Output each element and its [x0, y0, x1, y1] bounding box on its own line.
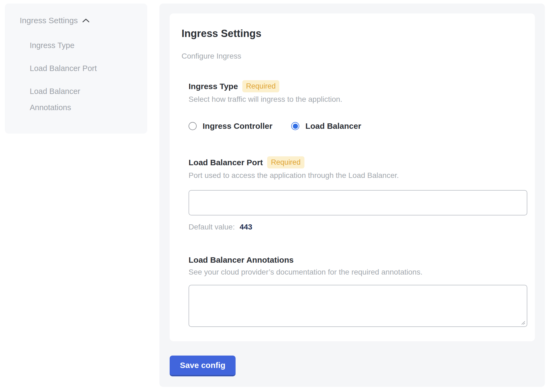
field-label-ingress-type: Ingress Type — [189, 81, 238, 92]
page-subtitle: Configure Ingress — [182, 52, 527, 61]
radio-option-ingress-controller[interactable]: Ingress Controller — [189, 121, 272, 131]
field-load-balancer-annotations-header: Load Balancer Annotations — [189, 255, 527, 265]
field-description-load-balancer-annotations: See your cloud provider’s documentation … — [189, 268, 527, 277]
required-badge: Required — [242, 80, 280, 92]
ingress-settings-card: Ingress Settings Configure Ingress Ingre… — [170, 13, 535, 341]
field-load-balancer-port: Load Balancer Port Required Port used to… — [189, 156, 527, 232]
chevron-up-icon[interactable] — [82, 18, 90, 23]
sidebar-item-load-balancer-port[interactable]: Load Balancer Port — [30, 60, 119, 76]
field-load-balancer-port-header: Load Balancer Port Required — [189, 156, 527, 168]
radio-option-label: Load Balancer — [305, 121, 361, 131]
page-title: Ingress Settings — [182, 28, 527, 39]
settings-nav-sidebar: Ingress Settings Ingress Type Load Balan… — [5, 4, 147, 134]
default-value-label: Default value: — [189, 223, 235, 231]
field-description-ingress-type: Select how traffic will ingress to the a… — [189, 95, 527, 104]
field-description-load-balancer-port: Port used to access the application thro… — [189, 171, 527, 180]
radio-selected-icon — [291, 122, 299, 130]
field-label-load-balancer-annotations: Load Balancer Annotations — [189, 255, 294, 265]
field-ingress-type: Ingress Type Required Select how traffic… — [189, 80, 527, 131]
default-value: 443 — [240, 223, 252, 231]
load-balancer-annotations-textarea[interactable] — [189, 285, 527, 327]
load-balancer-annotations-wrap — [189, 285, 527, 327]
sidebar-item-ingress-type[interactable]: Ingress Type — [30, 37, 119, 53]
sidebar-section-label: Ingress Settings — [20, 16, 78, 25]
field-ingress-type-header: Ingress Type Required — [189, 80, 527, 92]
radio-unselected-icon — [189, 122, 197, 130]
default-value-line: Default value: 443 — [189, 222, 527, 232]
radio-option-label: Ingress Controller — [203, 121, 272, 131]
sidebar-item-load-balancer-annotations[interactable]: Load Balancer Annotations — [30, 83, 119, 116]
settings-panel: Ingress Settings Configure Ingress Ingre… — [159, 4, 545, 387]
ingress-type-radio-group: Ingress Controller Load Balancer — [189, 121, 527, 131]
save-config-button[interactable]: Save config — [170, 356, 236, 376]
field-load-balancer-annotations: Load Balancer Annotations See your cloud… — [189, 255, 527, 327]
sidebar-section-ingress-settings[interactable]: Ingress Settings — [20, 16, 139, 25]
field-label-load-balancer-port: Load Balancer Port — [189, 157, 263, 168]
radio-option-load-balancer[interactable]: Load Balancer — [291, 121, 361, 131]
load-balancer-port-input[interactable] — [189, 190, 527, 215]
sidebar-item-list: Ingress Type Load Balancer Port Load Bal… — [30, 37, 139, 116]
required-badge: Required — [267, 156, 304, 168]
